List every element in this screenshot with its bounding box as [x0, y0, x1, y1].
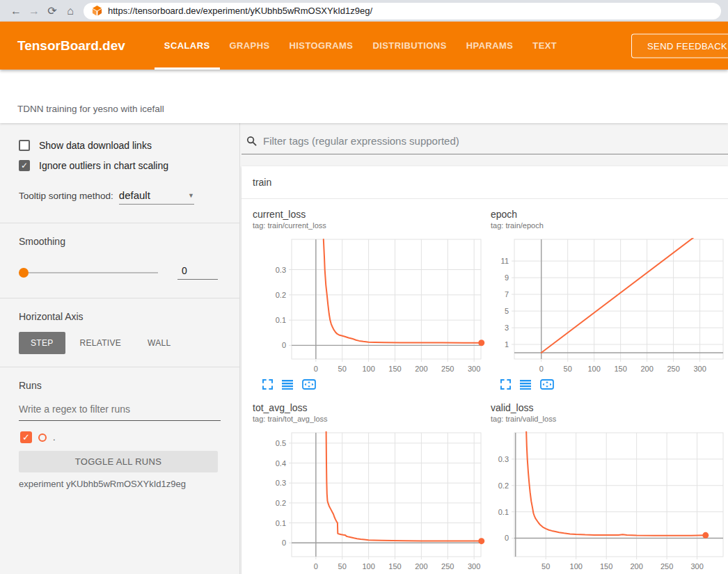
- browser-toolbar: ← → ⟳ ⌂ https://tensorboard.dev/experime…: [0, 0, 728, 22]
- smoothing-value-input[interactable]: 0: [177, 265, 218, 280]
- tensorboard-favicon: [92, 6, 102, 16]
- url-text: https://tensorboard.dev/experiment/yKUbh…: [108, 6, 372, 16]
- chart-tag: tag: train/epoch: [491, 221, 728, 230]
- run-name: .: [53, 432, 56, 443]
- svg-text:150: 150: [388, 365, 401, 373]
- slider-track[interactable]: [19, 272, 158, 273]
- tab-histograms[interactable]: HISTOGRAMS: [280, 22, 363, 70]
- scalar-chart-current_loss: current_losstag: train/current_loss05010…: [253, 209, 486, 390]
- svg-text:0.3: 0.3: [276, 266, 286, 274]
- tab-distributions[interactable]: DISTRIBUTIONS: [363, 22, 456, 70]
- toggle-all-runs-button[interactable]: TOGGLE ALL RUNS: [19, 451, 218, 472]
- tab-graphs[interactable]: GRAPHS: [220, 22, 280, 70]
- svg-text:200: 200: [630, 562, 642, 571]
- show-download-links-checkbox[interactable]: Show data download links: [19, 140, 239, 151]
- svg-text:0.2: 0.2: [276, 499, 286, 507]
- chart-plot-epoch[interactable]: 0501001502002503001357911: [491, 235, 728, 376]
- forward-icon[interactable]: →: [25, 6, 43, 17]
- svg-text:100: 100: [362, 562, 374, 571]
- axis-button-relative[interactable]: RELATIVE: [68, 332, 134, 354]
- fit-domain-icon[interactable]: [540, 379, 554, 390]
- back-icon[interactable]: ←: [7, 6, 25, 17]
- chart-plot-tot_avg_loss[interactable]: 05010015020025030000.10.20.30.40.5: [253, 429, 486, 573]
- checkbox-label: Show data download links: [39, 140, 152, 151]
- svg-text:100: 100: [588, 365, 601, 373]
- svg-text:50: 50: [338, 365, 347, 373]
- horizontal-axis-button-group: STEPRELATIVEWALL: [19, 332, 239, 354]
- slider-thumb[interactable]: [19, 268, 29, 278]
- svg-text:11: 11: [501, 257, 509, 265]
- svg-text:50: 50: [541, 562, 550, 571]
- axis-button-wall[interactable]: WALL: [136, 332, 182, 354]
- smoothing-slider[interactable]: [19, 268, 158, 278]
- brand-logo[interactable]: TensorBoard.dev: [17, 38, 125, 54]
- divider: [0, 298, 239, 298]
- axis-button-step[interactable]: STEP: [19, 332, 65, 354]
- chart-title: tot_avg_loss: [253, 402, 486, 413]
- tag-group-card: train current_losstag: train/current_los…: [242, 166, 728, 574]
- chart-title: current_loss: [253, 209, 486, 220]
- svg-text:250: 250: [441, 365, 454, 373]
- chart-plot-current_loss[interactable]: 05010015020025030000.10.20.3: [253, 235, 486, 376]
- svg-text:0: 0: [314, 365, 318, 373]
- svg-text:9: 9: [505, 273, 509, 282]
- divider: [0, 367, 239, 367]
- svg-text:250: 250: [441, 562, 454, 571]
- dropdown-value: default: [119, 189, 150, 201]
- svg-text:200: 200: [640, 365, 653, 373]
- svg-text:150: 150: [388, 562, 401, 571]
- svg-text:0.4: 0.4: [276, 459, 286, 468]
- svg-text:0.1: 0.1: [276, 519, 286, 527]
- checkbox-icon: ✓: [19, 160, 30, 171]
- chart-plot-valid_loss[interactable]: 5010015020025030000.10.20.3: [491, 429, 728, 573]
- svg-text:100: 100: [570, 562, 583, 571]
- scalar-chart-epoch: epochtag: train/epoch0501001502002503001…: [491, 209, 728, 390]
- tooltip-sorting-dropdown[interactable]: default ▼: [119, 189, 194, 205]
- svg-text:250: 250: [667, 365, 679, 373]
- filter-tags-placeholder: Filter tags (regular expressions support…: [263, 135, 459, 147]
- fit-domain-icon[interactable]: [302, 379, 316, 390]
- svg-text:300: 300: [468, 365, 480, 373]
- fullscreen-icon[interactable]: [500, 379, 511, 390]
- svg-text:300: 300: [468, 562, 480, 571]
- reload-icon[interactable]: ⟳: [43, 6, 61, 17]
- svg-text:0: 0: [282, 341, 286, 349]
- fullscreen-icon[interactable]: [262, 379, 273, 390]
- chart-tag: tag: train/valid_loss: [491, 415, 728, 423]
- tab-hparams[interactable]: HPARAMS: [457, 22, 523, 70]
- svg-text:100: 100: [362, 365, 374, 373]
- horizontal-axis-label: Horizontal Axis: [19, 311, 239, 322]
- tab-scalars[interactable]: SCALARS: [155, 22, 220, 70]
- search-icon: [246, 136, 257, 146]
- chart-tag: tag: train/current_loss: [253, 221, 486, 230]
- smoothing-label: Smoothing: [19, 236, 239, 247]
- tag-group-header-train[interactable]: train: [242, 166, 728, 199]
- run-checkbox[interactable]: ✓: [20, 431, 32, 443]
- charts-grid: current_losstag: train/current_loss05010…: [242, 199, 728, 574]
- run-data-list-icon[interactable]: [520, 379, 531, 390]
- filter-tags-input[interactable]: Filter tags (regular expressions support…: [242, 132, 728, 154]
- runs-regex-input[interactable]: Write a regex to filter runs: [19, 404, 221, 421]
- chart-tag: tag: train/tot_avg_loss: [253, 415, 486, 423]
- home-icon[interactable]: ⌂: [61, 6, 79, 17]
- ignore-outliers-checkbox[interactable]: ✓ Ignore outliers in chart scaling: [19, 160, 239, 171]
- svg-text:0.2: 0.2: [276, 291, 286, 299]
- experiment-description-bar: TDNN training for yesno with icefall: [0, 70, 728, 123]
- run-color-swatch-icon: [38, 433, 47, 442]
- scalar-chart-valid_loss: valid_losstag: train/valid_loss501001502…: [491, 402, 728, 574]
- svg-text:250: 250: [660, 562, 673, 571]
- chart-toolbar: [500, 379, 728, 390]
- svg-text:50: 50: [564, 365, 572, 373]
- svg-text:1: 1: [505, 340, 509, 349]
- divider: [0, 223, 239, 223]
- svg-text:0: 0: [314, 562, 318, 571]
- tab-text[interactable]: TEXT: [523, 22, 567, 70]
- svg-text:3: 3: [505, 324, 509, 332]
- scalars-dashboard: Filter tags (regular expressions support…: [240, 123, 728, 574]
- settings-sidebar: Show data download links ✓ Ignore outlie…: [0, 123, 240, 574]
- scalar-chart-tot_avg_loss: tot_avg_losstag: train/tot_avg_loss05010…: [253, 402, 486, 574]
- run-data-list-icon[interactable]: [282, 379, 293, 390]
- send-feedback-button[interactable]: SEND FEEDBACK: [631, 33, 728, 58]
- address-bar[interactable]: https://tensorboard.dev/experiment/yKUbh…: [84, 3, 721, 19]
- svg-text:5: 5: [505, 307, 509, 315]
